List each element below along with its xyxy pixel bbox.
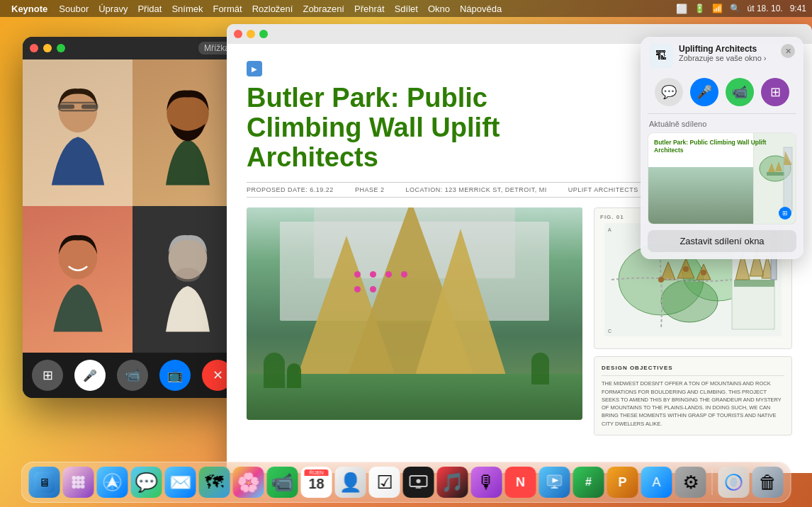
dock-icon-calendar[interactable]: ŘÍJEN 18: [301, 467, 332, 498]
dock-icon-podcasts[interactable]: 🎙: [471, 467, 502, 498]
battery-icon: 🔋: [694, 4, 705, 13]
svg-text:A: A: [608, 227, 611, 232]
menu-rozlozeni[interactable]: Rozložení: [252, 4, 293, 14]
notification-panel: 🏗 Uplifting Architects Zobrazuje se vaše…: [641, 37, 803, 259]
kn-close-button[interactable]: [234, 30, 242, 38]
svg-point-62: [731, 477, 738, 487]
participant-2: [132, 59, 242, 206]
menu-okno[interactable]: Okno: [428, 4, 450, 14]
slide-photo: [247, 207, 582, 420]
dock-icon-contacts[interactable]: 👤: [335, 467, 366, 498]
dock-icon-trash[interactable]: 🗑: [752, 467, 784, 498]
svg-point-48: [81, 484, 85, 489]
facetime-window: Mřížka: [23, 37, 242, 398]
dock-icon-siri[interactable]: [718, 467, 750, 498]
dock-icon-facetime[interactable]: 📹: [267, 467, 298, 498]
menu-zobrazeni[interactable]: Zobrazení: [303, 4, 344, 14]
svg-rect-55: [416, 487, 422, 489]
app-name[interactable]: Keynote: [11, 4, 47, 14]
dock-icon-news[interactable]: N: [505, 467, 536, 498]
svg-text:C: C: [608, 329, 611, 334]
notification-sharing-label: Aktuálně sdíleno: [641, 114, 803, 132]
dock-icon-keynote[interactable]: [539, 467, 570, 498]
menu-format[interactable]: Formát: [213, 4, 242, 14]
meta-location: LOCATION: 123 MERRICK ST, DETROIT, MI: [405, 186, 546, 193]
dock-divider: [712, 469, 713, 495]
menu-soubor[interactable]: Soubor: [59, 4, 89, 14]
svg-point-41: [77, 476, 81, 480]
menubar: Keynote Soubor Úpravy Přidat Snímek Form…: [0, 0, 812, 17]
dock-icon-messages[interactable]: 💬: [131, 467, 162, 498]
dock-icon-reminders[interactable]: ☑: [369, 467, 400, 498]
design-objectives-section: DESIGN OBJECTIVES THE MIDWEST DOESN'T OF…: [594, 356, 792, 435]
kn-maximize-button[interactable]: [259, 30, 268, 38]
dock-icon-safari[interactable]: [97, 467, 128, 498]
svg-rect-59: [553, 486, 556, 488]
dock-icon-appletv[interactable]: [403, 467, 434, 498]
svg-rect-25: [734, 280, 774, 287]
notification-text: Uplifting Architects Zobrazuje se vaše o…: [679, 44, 775, 62]
svg-point-42: [81, 476, 85, 480]
dock-icon-appstore[interactable]: A: [641, 467, 672, 498]
dock-icon-settings[interactable]: ⚙: [675, 467, 706, 498]
close-button[interactable]: [30, 44, 38, 52]
svg-point-54: [417, 479, 421, 484]
svg-text:🖥: 🖥: [39, 477, 50, 489]
dock-icon-numbers[interactable]: #: [573, 467, 604, 498]
dock-icon-launchpad[interactable]: [63, 467, 94, 498]
notification-subtitle[interactable]: Zobrazuje se vaše okno ›: [679, 54, 775, 62]
svg-rect-35: [767, 172, 784, 176]
dock-icon-music[interactable]: 🎵: [437, 467, 468, 498]
menu-sdilet[interactable]: Sdílet: [395, 4, 418, 14]
facetime-controls: ⊞ 🎤 📹 📺 ✕: [23, 353, 242, 398]
svg-point-7: [175, 268, 200, 282]
date-display: út 18. 10.: [748, 4, 783, 13]
keynote-slide-icon: ▶: [247, 61, 262, 76]
svg-point-47: [77, 484, 81, 489]
desktop: Mřížka: [0, 17, 812, 473]
dock-icon-mail[interactable]: ✉️: [165, 467, 196, 498]
design-objectives-title: DESIGN OBJECTIVES: [602, 364, 784, 376]
dock-icon-maps[interactable]: 🗺: [199, 467, 230, 498]
participant-4: [132, 206, 242, 353]
grid-action-button[interactable]: ⊞: [761, 78, 789, 106]
dock-icon-pages[interactable]: P: [607, 467, 638, 498]
facetime-titlebar: Mřížka: [23, 37, 242, 59]
svg-point-16: [683, 266, 689, 272]
dock-icon-finder[interactable]: 🖥: [29, 467, 60, 498]
notification-preview: Butler Park: Public Climbing Wall Uplift…: [648, 132, 796, 224]
stop-sharing-button[interactable]: Zastavit sdílení okna: [648, 230, 796, 252]
grid-view-button[interactable]: ⊞: [32, 360, 63, 391]
minimize-button[interactable]: [43, 44, 52, 52]
mute-button[interactable]: 🎤: [74, 360, 106, 391]
svg-point-45: [81, 480, 85, 484]
svg-point-44: [77, 480, 81, 484]
message-action-button[interactable]: 💬: [655, 78, 683, 106]
menu-upravy[interactable]: Úpravy: [98, 4, 128, 14]
notification-close-button[interactable]: ✕: [781, 44, 795, 58]
mic-action-button[interactable]: 🎤: [690, 78, 718, 106]
menu-prehrat[interactable]: Přehrát: [354, 4, 385, 14]
kn-minimize-button[interactable]: [247, 30, 255, 38]
camera-action-button[interactable]: 📹: [726, 78, 754, 106]
participant-1: [23, 59, 132, 206]
screen-share-button[interactable]: 📺: [159, 360, 191, 391]
dock-icon-photos[interactable]: 🌸: [233, 467, 264, 498]
notification-app-icon: 🏗: [649, 44, 673, 68]
svg-rect-2: [81, 105, 96, 109]
notification-preview-title: Butler Park: Public Climbing Wall Uplift…: [654, 139, 790, 154]
notification-actions: 💬 🎤 📹 ⊞: [641, 74, 803, 113]
menu-napoveda[interactable]: Nápověda: [460, 4, 502, 14]
svg-rect-1: [58, 105, 74, 109]
camera-toggle-button[interactable]: 📹: [117, 360, 148, 391]
maximize-button[interactable]: [57, 44, 65, 52]
svg-point-46: [72, 484, 77, 489]
svg-point-40: [72, 476, 77, 480]
search-icon[interactable]: 🔍: [730, 4, 740, 13]
menu-snimek[interactable]: Snímek: [171, 4, 203, 14]
svg-point-43: [72, 480, 77, 484]
svg-point-11: [661, 280, 718, 322]
svg-text:A: A: [652, 475, 660, 489]
clock: 9:41: [790, 4, 806, 13]
menu-pridat[interactable]: Přidat: [137, 4, 162, 14]
